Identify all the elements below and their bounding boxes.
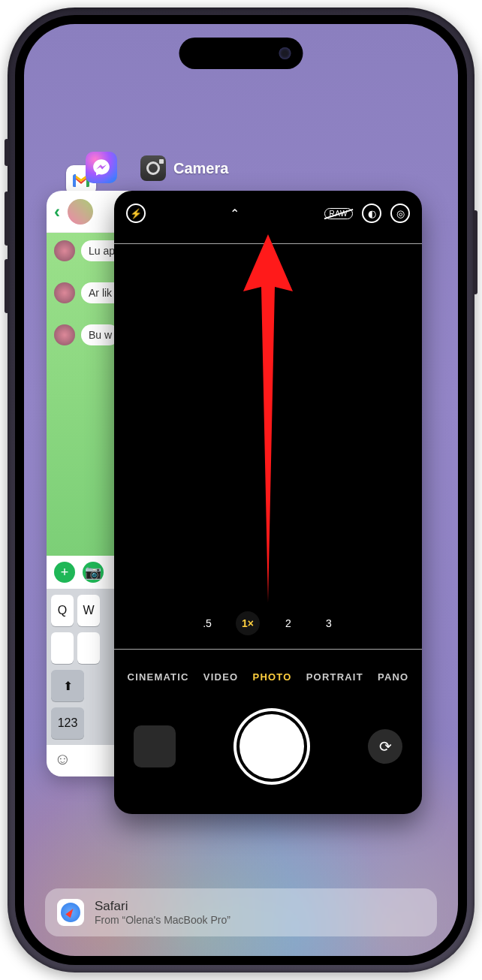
camera-button[interactable]: 📷: [83, 562, 104, 583]
shutter-button[interactable]: [239, 714, 304, 779]
zoom-3x[interactable]: 3: [317, 611, 341, 635]
live-photo-icon[interactable]: ◐: [362, 204, 381, 223]
flip-camera-button[interactable]: ⟳: [368, 729, 402, 764]
gmail-app-icon: [66, 165, 96, 195]
volume-up-button[interactable]: [5, 191, 9, 246]
side-button[interactable]: [473, 210, 477, 294]
app-card-camera[interactable]: ⚡ ⌃ RAW ◐ ◎ .5 1× 2 3: [114, 191, 422, 814]
iphone-frame: Camera ‹ Lu ap th Ar lik is Bu w + 📷: [8, 8, 474, 972]
arrow-icon: [243, 234, 293, 602]
last-photo-thumbnail[interactable]: [134, 725, 176, 767]
app-card-header-camera: Camera: [140, 155, 228, 181]
mode-pano[interactable]: PANO: [378, 671, 408, 683]
handoff-text: Safari From “Olena's MacBook Pro”: [95, 899, 230, 926]
mode-photo[interactable]: PHOTO: [253, 671, 292, 683]
bezel: Camera ‹ Lu ap th Ar lik is Bu w + 📷: [15, 15, 467, 965]
swipe-up-arrow-annotation: [242, 234, 294, 602]
key-w[interactable]: W: [77, 595, 100, 626]
mode-video[interactable]: VIDEO: [203, 671, 238, 683]
handoff-title: Safari: [95, 899, 230, 914]
volume-down-button[interactable]: [5, 259, 9, 313]
attach-button[interactable]: +: [54, 562, 75, 583]
flash-icon[interactable]: ⚡: [126, 204, 146, 223]
zoom-2x[interactable]: 2: [276, 611, 300, 635]
zoom-selector[interactable]: .5 1× 2 3: [114, 611, 422, 635]
key-q[interactable]: Q: [51, 595, 74, 626]
key[interactable]: [51, 632, 74, 664]
zoom-0-5x[interactable]: .5: [195, 611, 219, 635]
safari-icon: [57, 899, 84, 926]
messages-navbar: ‹: [47, 191, 152, 233]
app-card-title: Camera: [173, 160, 228, 177]
mode-portrait[interactable]: PORTRAIT: [306, 671, 363, 683]
avatar: [54, 240, 75, 261]
keyboard[interactable]: Q W ⬆ 123: [47, 589, 152, 745]
mode-cinematic[interactable]: CINEMATIC: [128, 671, 189, 683]
numbers-key[interactable]: 123: [51, 707, 84, 739]
camera-shutter-row: ⟳: [114, 701, 422, 792]
app-card-messages[interactable]: ‹ Lu ap th Ar lik is Bu w + 📷 Q W: [47, 191, 152, 776]
raw-toggle[interactable]: RAW: [324, 208, 353, 219]
messenger-app-icon: [86, 152, 117, 183]
camera-mode-selector[interactable]: CINEMATIC VIDEO PHOTO PORTRAIT PANO: [114, 671, 422, 683]
back-chevron-icon[interactable]: ‹: [54, 201, 60, 222]
message-bubble: Ar lik is: [81, 282, 130, 303]
handoff-banner[interactable]: Safari From “Olena's MacBook Pro”: [45, 888, 437, 936]
message-bubble: Bu w: [81, 324, 119, 345]
mute-switch[interactable]: [5, 139, 9, 166]
chevron-up-icon[interactable]: ⌃: [225, 204, 245, 223]
key[interactable]: [77, 632, 100, 664]
screen: Camera ‹ Lu ap th Ar lik is Bu w + 📷: [24, 24, 458, 956]
camera-app-icon: [140, 155, 166, 181]
avatar: [54, 282, 75, 303]
handoff-subtitle: From “Olena's MacBook Pro”: [95, 914, 230, 926]
filters-icon[interactable]: ◎: [390, 204, 410, 223]
message-bubble: Lu ap th: [81, 240, 134, 261]
zoom-1x[interactable]: 1×: [236, 611, 260, 635]
compose-row: + 📷: [47, 556, 152, 589]
front-camera-icon: [279, 47, 291, 59]
shift-key[interactable]: ⬆: [51, 670, 84, 701]
contact-avatar[interactable]: [68, 199, 93, 225]
dynamic-island[interactable]: [179, 38, 303, 69]
avatar: [54, 324, 75, 345]
camera-top-toolbar: ⚡ ⌃ RAW ◐ ◎: [114, 191, 422, 236]
messages-thread: Lu ap th Ar lik is Bu w: [47, 233, 152, 556]
emoji-key[interactable]: ☺: [47, 745, 152, 773]
